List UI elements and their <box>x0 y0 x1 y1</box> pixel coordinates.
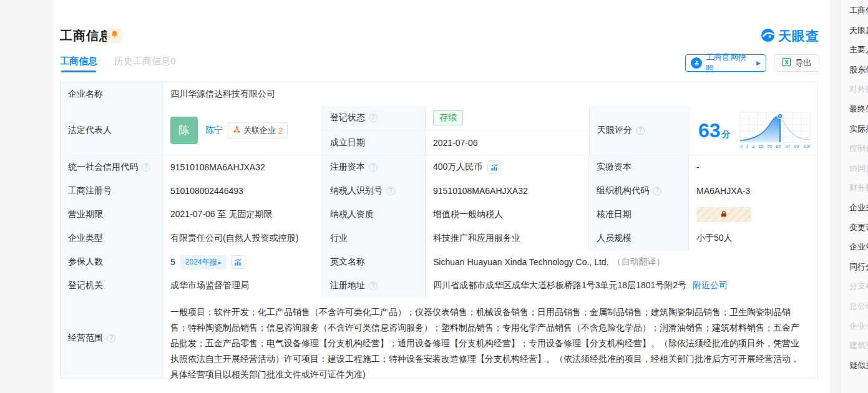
reg-number-value: 510108002446493 <box>163 179 323 203</box>
chart-tick-label: 1 <box>746 143 749 148</box>
table-row: 企业类型 有限责任公司(自然人投资或控股) 行业 科技推广和应用服务业 人员规模… <box>61 226 817 250</box>
annual-report-badge[interactable]: 2024年报 ▸ <box>180 255 227 269</box>
related-companies-label: 关联企业 <box>243 125 276 136</box>
nearby-companies-link[interactable]: 附近公司 <box>693 280 728 291</box>
reg-capital-value: 400万人民币 <box>426 155 589 179</box>
score-number: 63 <box>698 120 721 140</box>
insured-count-label: 参保人数 <box>61 250 163 274</box>
reg-authority-value: 成华市场监督管理局 <box>163 274 323 298</box>
score-unit: 分 <box>722 129 731 140</box>
sidebar-item[interactable]: 同行分析 <box>841 257 868 277</box>
help-icon[interactable] <box>386 187 395 195</box>
subscribe-bell-button[interactable] <box>107 28 122 43</box>
taxpayer-quality-label: 纳税人资质 <box>323 203 426 226</box>
sidebar-item[interactable]: 疑似关系 <box>841 356 868 376</box>
sidebar-item[interactable]: 实际控制人 <box>841 119 868 139</box>
est-date-label: 成立日期 <box>323 130 426 155</box>
chart-tick-label: 100 <box>803 143 811 148</box>
reg-authority-label: 登记机关 <box>61 274 163 298</box>
related-companies-badge[interactable]: 关联企业 2 <box>228 122 288 138</box>
business-info-table: 企业名称 四川华源信达科技有限公司 法定代表人 陈 陈宁 关联企业 2 登记状态 <box>60 82 818 379</box>
stamp-icon <box>691 57 702 69</box>
sidebar-item[interactable]: 企业年报 <box>841 237 868 257</box>
paid-capital-label: 实缴资本 <box>589 155 689 179</box>
help-icon[interactable] <box>636 126 645 135</box>
taxpayer-id-value: 91510108MA6AHJXA32 <box>426 179 589 203</box>
staff-size-label: 人员规模 <box>589 226 689 250</box>
chevron-right-icon: ▸ <box>217 260 222 266</box>
bell-icon <box>110 30 119 41</box>
business-term-label: 营业期限 <box>61 203 163 226</box>
company-type-value: 有限责任公司(自然人投资或控股) <box>163 226 323 250</box>
credit-code-value: 91510108MA6AHJXA32 <box>163 155 323 179</box>
official-snapshot-button[interactable]: 工商官网快照 ▶ <box>685 54 766 72</box>
chart-tick-label: 85 <box>776 143 781 148</box>
help-icon[interactable] <box>107 334 115 342</box>
table-row: 经营范围 一般项目：软件开发；化工产品销售（不含许可类化工产品）；仪器仪表销售；… <box>61 298 817 378</box>
export-button[interactable]: 导出 <box>774 54 819 72</box>
table-row: 法定代表人 陈 陈宁 关联企业 2 登记状态 存续 成立日期 <box>61 106 817 155</box>
sidebar-item[interactable]: 主要人员 <box>841 40 868 60</box>
tianyancha-logo-icon <box>761 28 775 45</box>
auto-translate-note: （自动翻译） <box>613 256 665 268</box>
official-snapshot-label: 工商官网快照 <box>706 52 754 74</box>
help-icon[interactable] <box>369 163 378 172</box>
sidebar-item[interactable]: 最终受益人 <box>841 99 868 119</box>
capital-trend-button[interactable] <box>487 160 501 174</box>
sidebar-item: 建筑资质 <box>841 336 868 356</box>
table-row: 成立日期 2021-07-06 <box>323 130 589 155</box>
staff-size-value: 小于50人 <box>689 226 817 250</box>
company-type-label: 企业类型 <box>61 226 163 250</box>
table-row: 参保人数 5 2024年报 ▸ 英文名称 Sichuan Huayuan Xin… <box>61 250 817 274</box>
table-row: 登记机关 成华市场监督管理局 注册地址 四川省成都市成华区成华大道杉板桥路1号3… <box>61 274 817 298</box>
tab-history-business-info[interactable]: 历史工商信息0 <box>114 56 175 67</box>
business-info-card: 工商信息 天眼查 工商信息 历史工商信息0 工商官网快照 ▶ 导出 企业名称 四… <box>53 0 830 393</box>
approval-date-label: 核准日期 <box>589 203 689 226</box>
sidebar: 工商信息天眼风险主要人员股东信息对外投资最终受益人实际控制人控制企业协同股东财务… <box>841 0 868 393</box>
reg-address-label: 注册地址 <box>323 274 426 298</box>
sidebar-item: 分支机构 <box>841 276 868 296</box>
sidebar-item[interactable]: 工商信息 <box>841 1 868 21</box>
score-label: 天眼评分 <box>590 106 690 155</box>
english-name-label: 英文名称 <box>323 250 426 274</box>
sidebar-item[interactable]: 变更记录 <box>841 218 868 238</box>
industry-value: 科技推广和应用服务业 <box>426 226 589 250</box>
score-value[interactable]: 63 分 <box>690 106 817 155</box>
help-icon[interactable] <box>653 187 661 195</box>
legal-rep-avatar[interactable]: 陈 <box>170 117 198 144</box>
sidebar-item: 对外投资 <box>841 79 868 99</box>
status-date-block: 登记状态 存续 成立日期 2021-07-06 <box>323 106 590 155</box>
english-name-value: Sichuan Huayuan Xinda Technology Co., Lt… <box>426 250 817 274</box>
network-icon <box>233 125 241 135</box>
page-title: 工商信息 <box>60 27 112 44</box>
legal-rep-name-link[interactable]: 陈宁 <box>205 125 223 136</box>
chevron-right-icon: ▶ <box>756 60 761 66</box>
legal-rep-value: 陈 陈宁 关联企业 2 <box>163 106 323 155</box>
locked-value-placeholder[interactable] <box>696 207 751 222</box>
sidebar-item[interactable]: 企业关系 <box>841 198 868 218</box>
approval-date-value <box>689 203 817 226</box>
lock-icon <box>720 210 728 220</box>
help-icon[interactable] <box>142 163 150 172</box>
help-icon[interactable] <box>369 114 378 122</box>
chart-tick-label: 99 <box>794 143 799 148</box>
sidebar-item[interactable]: 股东信息 <box>841 60 868 80</box>
company-name-value: 四川华源信达科技有限公司 <box>163 82 817 106</box>
chart-tick-label: 50 <box>768 143 773 148</box>
tab-business-info[interactable]: 工商信息 <box>60 56 97 67</box>
excel-icon <box>782 57 791 69</box>
reg-address-value: 四川省成都市成华区成华大道杉板桥路1号3单元18层1801号附2号 附近公司 <box>426 274 817 298</box>
score-distribution-chart: 0131550859799100 <box>738 112 812 149</box>
sidebar-item[interactable]: 天眼风险 <box>841 21 868 41</box>
reg-status-value: 存续 <box>426 106 589 130</box>
insured-trend-button[interactable] <box>232 255 245 269</box>
taxpayer-id-label: 纳税人识别号 <box>323 179 426 203</box>
taxpayer-quality-value: 增值税一般纳税人 <box>426 203 589 226</box>
reg-capital-label: 注册资本 <box>323 155 426 179</box>
business-scope-label: 经营范围 <box>61 298 163 378</box>
sidebar-item: 协同股东 <box>841 158 868 178</box>
chart-tick-label: 97 <box>785 143 790 148</box>
table-row: 登记状态 存续 <box>323 106 589 130</box>
help-icon[interactable] <box>369 281 378 290</box>
sidebar-item: 控制企业 <box>841 138 868 158</box>
